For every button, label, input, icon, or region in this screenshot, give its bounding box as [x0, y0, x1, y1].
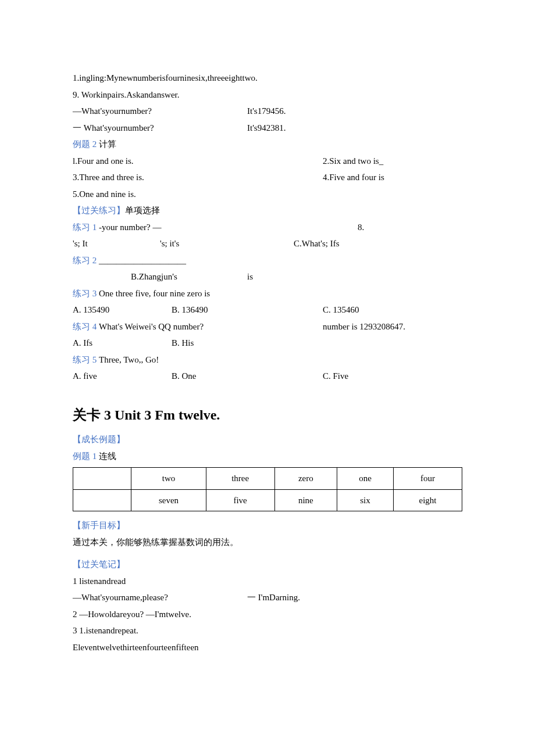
table-row: two three zero one four — [73, 468, 462, 490]
practice-2-mid: is — [247, 268, 253, 285]
table-cell: eight — [394, 489, 462, 511]
example-1-heading: 例题 1 连线 — [73, 448, 462, 465]
practice-2-opt-b: B.Zhangjun's — [131, 268, 247, 285]
dialogue-q1-right: It's179456. — [247, 103, 286, 120]
dialogue-q2-right: It's942381. — [247, 120, 286, 137]
practice-1: 练习 1 -your number? — 8. — [73, 219, 462, 236]
table-cell: three — [206, 468, 274, 490]
practice-5-text: Three, Two,, Go! — [99, 355, 159, 364]
pass-practice-title: 单项选择 — [125, 206, 160, 215]
table-cell: seven — [131, 489, 206, 511]
practice-3: 练习 3 One three five, four nine zero is — [73, 285, 462, 302]
table-cell: five — [206, 489, 274, 511]
pass-practice-label: 【过关练习】 — [73, 206, 125, 215]
calc-item-4: 4.Five and four is — [323, 169, 384, 186]
example-1-label: 例题 1 — [73, 452, 99, 461]
practice-3-opt-b: B. 136490 — [172, 302, 323, 318]
line-workinpairs: 9. Workinpairs.Askandanswer. — [73, 87, 462, 103]
practice-2-label: 练习 2 — [73, 256, 99, 265]
table-cell: one — [337, 468, 394, 490]
practice-5: 练习 5 Three, Two,, Go! — [73, 352, 462, 368]
dialogue-q2-left: 一 What'syournumber? — [73, 120, 247, 137]
practice-4: 练习 4 What's Weiwei's QQ number? number i… — [73, 318, 462, 335]
practice-5-opt-a: A. five — [73, 368, 172, 385]
table-cell: six — [337, 489, 394, 511]
practice-5-opt-b: B. One — [172, 368, 323, 385]
practice-5-opt-c: C. Five — [323, 368, 462, 385]
table-cell: nine — [274, 489, 337, 511]
practice-3-options: A. 135490 B. 136490 C. 135460 — [73, 302, 462, 318]
calc-item-3: 3.Three and three is. — [73, 169, 323, 186]
table-cell: four — [394, 468, 462, 490]
table-cell: two — [131, 468, 206, 490]
practice-4-text: What's Weiwei's QQ number? — [99, 322, 204, 331]
table-cell — [73, 489, 131, 511]
calc-item-2: 2.Six and two is_ — [323, 153, 383, 170]
practice-1-text: -your number? — — [99, 223, 161, 232]
line-lingling: 1.ingling:Mynewnumberisfourninesix,three… — [73, 70, 462, 87]
practice-1-label: 练习 1 — [73, 223, 99, 232]
practice-4-opt-b: B. His — [172, 335, 323, 352]
novice-target-label: 【新手目标】 — [73, 517, 462, 534]
example-1-title: 连线 — [99, 452, 116, 461]
novice-target-text: 通过本关，你能够熟练掌握基数词的用法。 — [73, 534, 462, 551]
practice-1-opt-c: C.What's; Ifs — [294, 235, 340, 252]
practice-3-label: 练习 3 — [73, 289, 99, 298]
growth-example-label: 【成长例题】 — [73, 431, 462, 448]
practice-2: 练习 2 ____________________ — [73, 252, 462, 269]
practice-3-text: One three five, four nine zero is — [99, 289, 210, 298]
pass-notes-label: 【过关笔记】 — [73, 556, 462, 573]
table-row: seven five nine six eight — [73, 489, 462, 511]
notes-line-1: 1 listenandread — [73, 573, 462, 590]
dialogue-q1-left: —What'syournumber? — [73, 103, 247, 120]
example-2-label: 例题 2 — [73, 139, 99, 149]
notes-line-3: 3 1.istenandrepeat. — [73, 622, 462, 639]
practice-1-opt-a: 's; It — [73, 235, 160, 252]
practice-4-label: 练习 4 — [73, 322, 99, 331]
table-cell: zero — [274, 468, 337, 490]
practice-1-options: 's; It 's; it's C.What's; Ifs — [73, 235, 462, 252]
practice-1-opt-b: 's; it's — [160, 235, 218, 252]
example-2-title: 计算 — [99, 139, 116, 149]
table-cell — [73, 468, 131, 490]
example-2-heading: 例题 2 计算 — [73, 136, 462, 153]
practice-4-right: number is 1293208647. — [323, 318, 405, 335]
practice-5-options: A. five B. One C. Five — [73, 368, 462, 385]
notes-line-2: 2 —Howoldareyou? —I'mtwelve. — [73, 606, 462, 623]
calc-item-5: 5.One and nine is. — [73, 186, 462, 203]
practice-3-opt-a: A. 135490 — [73, 302, 172, 318]
practice-2-options: B.Zhangjun's is — [73, 268, 462, 285]
notes-line-4: Eleventwelvethirteenfourteenfifteen — [73, 639, 462, 656]
calc-item-1: l.Four and one is. — [73, 153, 323, 170]
practice-3-opt-c: C. 135460 — [323, 302, 462, 318]
pass-practice-heading: 【过关练习】单项选择 — [73, 202, 462, 219]
practice-2-blank: ____________________ — [99, 256, 186, 265]
notes-line-1a: —What'syourname,please? — [73, 589, 247, 606]
practice-4-opt-a: A. Ifs — [73, 335, 172, 352]
section-3-heading: 关卡 3 Unit 3 Fm twelve. — [73, 402, 462, 429]
match-table: two three zero one four seven five nine … — [73, 467, 462, 511]
practice-5-label: 练习 5 — [73, 355, 99, 364]
practice-4-options: A. Ifs B. His — [73, 335, 462, 352]
practice-1-right: 8. — [358, 219, 364, 236]
notes-line-1b: 一 I'mDarning. — [247, 589, 300, 606]
